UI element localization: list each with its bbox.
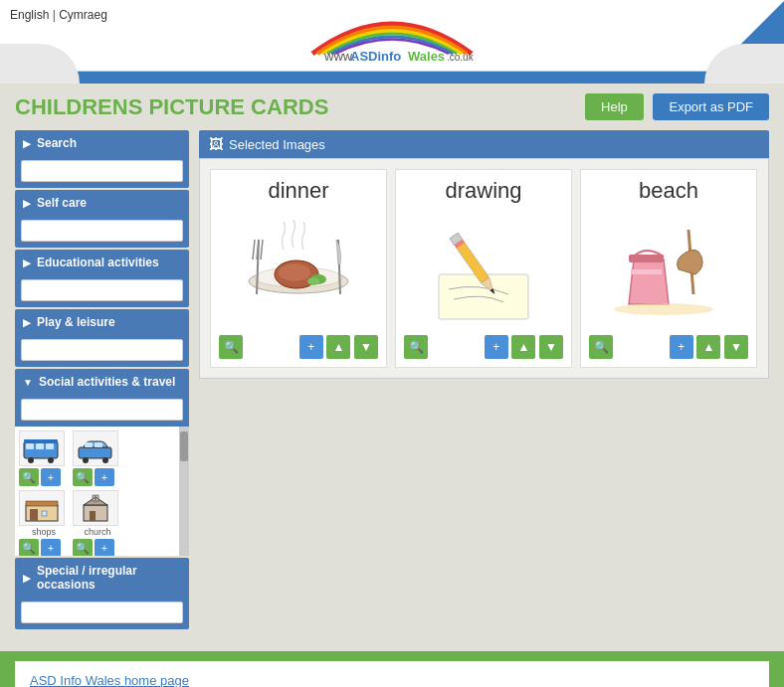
thumb-church-img [73, 490, 118, 526]
car-add-btn[interactable]: + [95, 468, 114, 486]
main-content: 🖼 Selected Images dinner [199, 130, 769, 631]
logo-area: www. ASDinfo Wales .co.uk [10, 4, 774, 67]
drawing-add-btn[interactable]: + [485, 335, 508, 359]
sidebar-header-social[interactable]: ▼ Social activities & travel [15, 369, 189, 395]
shops-label: shops [19, 527, 69, 537]
svg-rect-10 [24, 439, 58, 443]
dinner-add-btn[interactable]: + [299, 335, 323, 359]
sidebar-label-social: Social activities & travel [39, 375, 175, 389]
help-button[interactable]: Help [585, 93, 644, 120]
svg-point-31 [307, 277, 319, 285]
dinner-up-btn[interactable]: ▲ [326, 335, 350, 359]
church-label: church [73, 527, 122, 537]
svg-point-29 [279, 263, 310, 281]
svg-rect-5 [26, 443, 34, 449]
car-zoom-btn[interactable]: 🔍 [73, 468, 93, 486]
sidebar-label-special: Special / irregular occasions [37, 564, 181, 592]
church-icon [76, 493, 115, 523]
beach-img-area [589, 210, 748, 329]
sidebar: ▶ Search 🔍 ▶ Self care [15, 130, 189, 631]
sidebar-header-play[interactable]: ▶ Play & leisure [15, 309, 189, 335]
drawing-img-area [404, 210, 563, 329]
sidebar-section-search: ▶ Search 🔍 [15, 130, 189, 188]
educational-search-input[interactable] [21, 279, 183, 301]
thumb-shops-btns: 🔍 + [19, 539, 69, 556]
logo-svg: www. ASDinfo Wales .co.uk [283, 4, 501, 64]
page-title: CHILDRENS PICTURE CARDS [15, 94, 328, 120]
svg-point-8 [28, 457, 34, 463]
page-header-row: CHILDRENS PICTURE CARDS Help Export as P… [15, 93, 769, 120]
content-row: ▶ Search 🔍 ▶ Self care [15, 130, 769, 631]
asd-home-link[interactable]: ASD Info Wales home page [30, 673, 189, 687]
sidebar-label-educational: Educational activities [37, 256, 159, 269]
welsh-link[interactable]: Cymraeg [59, 8, 107, 22]
bus-zoom-btn[interactable]: 🔍 [19, 468, 39, 486]
special-search-input[interactable] [21, 601, 183, 623]
arrow-icon-special: ▶ [23, 573, 31, 584]
svg-text:Wales: Wales [408, 49, 445, 64]
sidebar-play-input-wrap: 🔍 [15, 335, 189, 367]
arrow-icon-search: ▶ [23, 138, 31, 149]
sidebar-header-educational[interactable]: ▶ Educational activities [15, 250, 189, 275]
dinner-illustration [239, 220, 358, 319]
beach-zoom-btn[interactable]: 🔍 [589, 335, 613, 359]
drawing-down-btn[interactable]: ▼ [539, 335, 563, 359]
dinner-zoom-btn[interactable]: 🔍 [219, 335, 243, 359]
image-icon: 🖼 [209, 136, 223, 152]
sidebar-special-input-wrap: 🔍 [15, 598, 189, 629]
drawing-zoom-btn[interactable]: 🔍 [404, 335, 428, 359]
thumb-row-2: shops 🔍 + [19, 490, 185, 556]
shops-add-btn[interactable]: + [41, 539, 61, 556]
bus-add-btn[interactable]: + [41, 468, 61, 486]
sidebar-section-social: ▼ Social activities & travel 🔍 [15, 369, 189, 556]
beach-up-btn[interactable]: ▲ [696, 335, 720, 359]
svg-rect-44 [631, 269, 662, 274]
header-buttons: Help Export as PDF [585, 93, 769, 120]
dinner-down-btn[interactable]: ▼ [354, 335, 378, 359]
thumb-bus-btns: 🔍 + [19, 468, 69, 486]
sidebar-header-selfcare[interactable]: ▶ Self care [15, 190, 189, 216]
sidebar-section-selfcare: ▶ Self care 🔍 [15, 190, 189, 248]
thumb-row-1: 🔍 + [19, 430, 185, 486]
header: English | Cymraeg www. ASDinfo Wales .co… [0, 0, 784, 84]
drawing-controls: 🔍 + ▲ ▼ [404, 335, 563, 359]
export-pdf-button[interactable]: Export as PDF [653, 93, 769, 120]
beach-title: beach [589, 178, 748, 204]
sidebar-section-special: ▶ Special / irregular occasions 🔍 [15, 558, 189, 629]
english-link[interactable]: English [10, 8, 49, 22]
car-icon [76, 433, 115, 463]
thumb-shops-img [19, 490, 65, 526]
beach-down-btn[interactable]: ▼ [724, 335, 748, 359]
bus-icon [22, 433, 62, 463]
svg-point-15 [102, 457, 108, 463]
lang-separator: | [53, 8, 56, 22]
search-input[interactable] [21, 160, 183, 182]
scrollbar[interactable] [179, 427, 189, 556]
selfcare-search-input[interactable] [21, 220, 183, 242]
svg-line-33 [253, 240, 255, 259]
arrow-icon-selfcare: ▶ [23, 198, 31, 209]
beach-add-btn[interactable]: + [670, 335, 693, 359]
card-drawing: drawing [395, 169, 572, 368]
svg-point-46 [614, 303, 713, 315]
footer-inner: ASD Info Wales home page This page is al… [15, 661, 769, 687]
selected-images-label: Selected Images [229, 137, 325, 152]
svg-text:.co.uk: .co.uk [447, 52, 475, 63]
selected-images-header: 🖼 Selected Images [199, 130, 769, 158]
svg-point-14 [83, 457, 89, 463]
svg-rect-11 [79, 447, 111, 458]
shops-zoom-btn[interactable]: 🔍 [19, 539, 39, 556]
church-zoom-btn[interactable]: 🔍 [73, 539, 93, 556]
drawing-up-btn[interactable]: ▲ [511, 335, 535, 359]
social-search-input[interactable] [21, 399, 183, 421]
play-search-input[interactable] [21, 339, 183, 361]
sidebar-section-play: ▶ Play & leisure 🔍 [15, 309, 189, 367]
sidebar-social-input-wrap: 🔍 [15, 395, 189, 427]
sidebar-header-special[interactable]: ▶ Special / irregular occasions [15, 558, 189, 598]
sidebar-header-search[interactable]: ▶ Search [15, 130, 189, 156]
beach-illustration [614, 215, 723, 324]
rainbow-logo: www. ASDinfo Wales .co.uk [283, 4, 501, 67]
church-add-btn[interactable]: + [95, 539, 114, 556]
language-switcher[interactable]: English | Cymraeg [10, 8, 107, 22]
svg-rect-7 [46, 443, 54, 449]
